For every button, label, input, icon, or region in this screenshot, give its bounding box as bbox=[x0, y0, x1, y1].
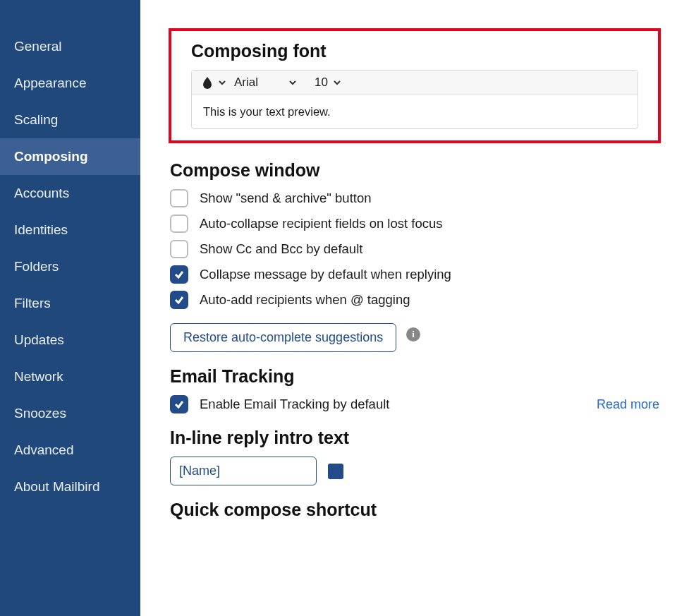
checkbox-auto-add[interactable] bbox=[170, 291, 188, 309]
checkbox-email-tracking[interactable] bbox=[170, 395, 188, 413]
sidebar-item-composing[interactable]: Composing bbox=[0, 138, 140, 175]
quick-compose-heading: Quick compose shortcut bbox=[170, 500, 659, 520]
font-family-value: Arial bbox=[234, 76, 283, 90]
chevron-down-icon bbox=[332, 78, 342, 87]
sidebar-item-accounts[interactable]: Accounts bbox=[0, 175, 140, 212]
quick-compose-section: Quick compose shortcut bbox=[169, 500, 661, 520]
sidebar-item-general[interactable]: General bbox=[0, 28, 140, 65]
sidebar-item-network[interactable]: Network bbox=[0, 358, 140, 395]
sidebar-item-appearance[interactable]: Appearance bbox=[0, 65, 140, 102]
option-show-cc-bcc: Show Cc and Bcc by default bbox=[170, 240, 659, 258]
check-icon bbox=[173, 269, 185, 280]
checkbox-send-archive[interactable] bbox=[170, 189, 188, 207]
sidebar-item-updates[interactable]: Updates bbox=[0, 322, 140, 358]
checkbox-show-cc-bcc[interactable] bbox=[170, 240, 188, 258]
font-preview-text: This is your text preview. bbox=[192, 95, 638, 128]
info-icon[interactable]: i bbox=[406, 327, 420, 342]
composing-font-heading: Composing font bbox=[191, 41, 638, 61]
settings-sidebar: General Appearance Scaling Composing Acc… bbox=[0, 0, 140, 616]
sidebar-item-snoozes[interactable]: Snoozes bbox=[0, 395, 140, 432]
compose-window-heading: Compose window bbox=[170, 160, 659, 181]
sidebar-item-filters[interactable]: Filters bbox=[0, 285, 140, 322]
chevron-down-icon bbox=[288, 78, 298, 87]
check-icon bbox=[173, 294, 185, 306]
option-auto-add-recipients: Auto-add recipients when @ tagging bbox=[170, 291, 659, 309]
checkbox-collapse-message[interactable] bbox=[170, 265, 188, 284]
compose-window-section: Compose window Show "send & archive" but… bbox=[169, 160, 661, 352]
email-tracking-section: Email Tracking Enable Email Tracking by … bbox=[169, 366, 661, 413]
sidebar-item-scaling[interactable]: Scaling bbox=[0, 102, 140, 138]
option-auto-collapse-recipients: Auto-collapse recipient fields on lost f… bbox=[170, 215, 659, 233]
sidebar-item-folders[interactable]: Folders bbox=[0, 248, 140, 285]
email-tracking-heading: Email Tracking bbox=[170, 366, 659, 387]
sidebar-item-advanced[interactable]: Advanced bbox=[0, 432, 140, 469]
checkbox-auto-collapse[interactable] bbox=[170, 215, 188, 233]
option-send-archive: Show "send & archive" button bbox=[170, 189, 659, 207]
read-more-link[interactable]: Read more bbox=[597, 397, 659, 412]
font-size-select[interactable]: 10 bbox=[305, 76, 342, 90]
inline-reply-color-swatch[interactable] bbox=[328, 464, 343, 479]
option-label: Auto-collapse recipient fields on lost f… bbox=[200, 216, 443, 231]
sidebar-item-about[interactable]: About Mailbird bbox=[0, 469, 140, 505]
font-size-value: 10 bbox=[315, 76, 328, 90]
option-label: Auto-add recipients when @ tagging bbox=[200, 292, 410, 308]
option-label: Show "send & archive" button bbox=[200, 191, 372, 206]
settings-content: Composing font Arial 10 This is your tex… bbox=[140, 0, 689, 616]
inline-reply-heading: In-line reply intro text bbox=[170, 428, 659, 448]
chevron-down-icon bbox=[217, 78, 227, 87]
option-label: Enable Email Tracking by default bbox=[200, 397, 389, 412]
sidebar-item-identities[interactable]: Identities bbox=[0, 212, 140, 248]
drop-icon bbox=[202, 76, 213, 89]
composing-font-panel: Arial 10 This is your text preview. bbox=[191, 70, 638, 129]
check-icon bbox=[173, 399, 185, 410]
inline-reply-input[interactable] bbox=[170, 457, 317, 485]
inline-reply-section: In-line reply intro text bbox=[169, 428, 661, 485]
composing-font-highlight: Composing font Arial 10 This is your tex… bbox=[169, 28, 661, 143]
option-collapse-message: Collapse message by default when replyin… bbox=[170, 265, 659, 284]
font-family-select[interactable]: Arial bbox=[234, 76, 298, 90]
font-color-picker[interactable] bbox=[202, 76, 227, 89]
option-email-tracking: Enable Email Tracking by default Read mo… bbox=[170, 395, 659, 413]
font-toolbar: Arial 10 bbox=[192, 71, 638, 95]
option-label: Show Cc and Bcc by default bbox=[200, 241, 362, 257]
restore-autocomplete-button[interactable]: Restore auto-complete suggestions bbox=[170, 323, 396, 352]
option-label: Collapse message by default when replyin… bbox=[200, 267, 451, 282]
